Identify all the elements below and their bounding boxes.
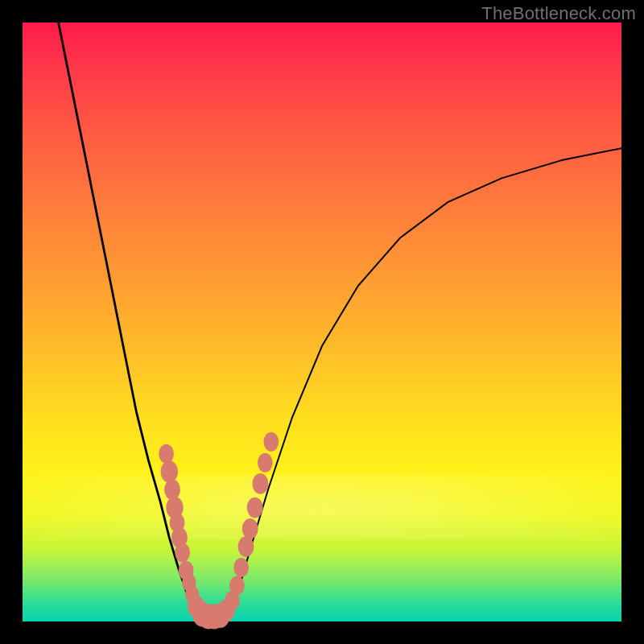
data-marker: [175, 543, 190, 562]
data-marker: [263, 432, 279, 452]
data-marker: [238, 536, 254, 557]
data-marker: [242, 518, 258, 539]
watermark-text: TheBottleneck.com: [481, 3, 636, 24]
data-marker: [247, 497, 263, 518]
data-marker: [258, 453, 273, 473]
data-marker: [159, 444, 174, 464]
chart-frame: TheBottleneck.com: [0, 0, 644, 644]
marker-layer: [159, 432, 279, 630]
chart-svg: [23, 23, 621, 621]
data-marker: [161, 460, 178, 482]
data-marker: [252, 473, 268, 494]
right-curve: [226, 148, 621, 615]
data-marker: [164, 480, 180, 501]
data-marker: [233, 558, 249, 577]
data-marker: [229, 576, 245, 595]
curve-layer: [59, 23, 621, 620]
